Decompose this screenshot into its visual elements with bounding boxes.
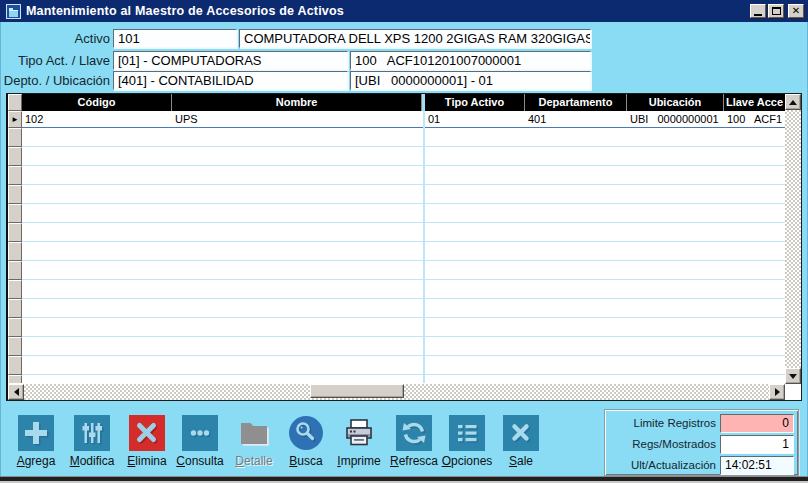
row-selector-cell[interactable] bbox=[8, 261, 22, 280]
add-button-label: Agrega bbox=[17, 454, 56, 468]
sliders-icon bbox=[74, 415, 110, 451]
ult-actualizacion-field[interactable]: 14:02:51 bbox=[720, 456, 794, 475]
delete-button[interactable]: Elimina bbox=[119, 415, 175, 475]
llave-field[interactable]: 100 ACF101201007000001 bbox=[350, 51, 591, 70]
row-selector-cell[interactable] bbox=[8, 147, 22, 166]
delete-x-icon bbox=[129, 415, 165, 451]
tipo-llave-label: Tipo Act. / Llave bbox=[2, 51, 110, 70]
ubicacion-field[interactable]: [UBI 0000000001] - 01 bbox=[350, 71, 591, 90]
maximize-button[interactable] bbox=[768, 4, 784, 18]
minimize-icon bbox=[754, 14, 762, 16]
dots-icon bbox=[182, 415, 218, 451]
exit-x-icon bbox=[503, 415, 539, 451]
table-row[interactable]: 102 UPS 01 401 UBI 0000000001 100 ACF1 bbox=[22, 111, 785, 128]
column-header-ubicacion[interactable]: Ubicación bbox=[627, 94, 724, 111]
modify-button-label: Modifica bbox=[70, 454, 115, 468]
grid-corner-cell bbox=[8, 94, 22, 111]
scroll-up-button[interactable] bbox=[785, 94, 801, 110]
grid-selector-column: ► bbox=[8, 111, 22, 383]
regs-mostrados-label: Regs/Mostrados bbox=[605, 438, 720, 450]
row-selector-cell[interactable] bbox=[8, 356, 22, 375]
app-window: Mantenimiento al Maestro de Accesorios d… bbox=[0, 0, 808, 483]
grid-cell-codigo[interactable]: 102 bbox=[22, 111, 172, 127]
grid-header: Código Nombre Tipo Activo Departamento U… bbox=[8, 94, 785, 111]
printer-icon bbox=[341, 415, 377, 451]
grid-body: ► 102 UPS 01 401 UBI 0000000001 100 ACF1 bbox=[8, 111, 785, 383]
search-button-label: Busca bbox=[289, 454, 322, 468]
row-selector-cell[interactable] bbox=[8, 128, 22, 147]
arrow-down-icon bbox=[789, 374, 797, 379]
horizontal-scrollbar[interactable] bbox=[8, 384, 785, 400]
exit-button-label: Sale bbox=[509, 454, 533, 468]
depto-ubicacion-label: Depto. / Ubicación bbox=[2, 71, 110, 90]
print-button[interactable]: Imprime bbox=[331, 415, 387, 475]
maximize-icon bbox=[772, 7, 781, 15]
refresh-icon bbox=[396, 415, 432, 451]
activo-description-field[interactable]: COMPUTADORA DELL XPS 1200 2GIGAS RAM 320… bbox=[239, 29, 591, 48]
row-selector-cell[interactable] bbox=[8, 242, 22, 261]
regs-mostrados-field[interactable]: 1 bbox=[720, 435, 794, 454]
query-button-label: Consulta bbox=[176, 454, 223, 468]
row-selector-cell[interactable] bbox=[8, 337, 22, 356]
column-header-tipo-activo[interactable]: Tipo Activo bbox=[425, 94, 525, 111]
current-row-arrow-icon: ► bbox=[11, 116, 19, 124]
magnifier-icon bbox=[288, 415, 324, 451]
departamento-field[interactable]: [401] - CONTABILIDAD bbox=[113, 71, 348, 90]
row-selector-cell[interactable] bbox=[8, 204, 22, 223]
delete-button-label: Elimina bbox=[127, 454, 166, 468]
row-selector-cell[interactable] bbox=[8, 299, 22, 318]
options-button-label: Opciones bbox=[442, 454, 493, 468]
ult-actualizacion-label: Ult/Actualización bbox=[605, 459, 720, 471]
row-selector-cell[interactable] bbox=[8, 375, 22, 383]
row-selector-cell[interactable] bbox=[8, 318, 22, 337]
options-button[interactable]: Opciones bbox=[439, 415, 495, 475]
refresh-button[interactable]: Refresca bbox=[386, 415, 442, 475]
folder-icon bbox=[236, 415, 272, 451]
vertical-scrollbar-track[interactable] bbox=[785, 110, 801, 368]
scrollbar-corner bbox=[785, 384, 801, 400]
add-button[interactable]: Agrega bbox=[8, 415, 64, 475]
query-button[interactable]: Consulta bbox=[172, 415, 228, 475]
vertical-scrollbar[interactable] bbox=[785, 94, 801, 384]
grid-empty-rows[interactable] bbox=[22, 128, 785, 383]
app-icon bbox=[6, 4, 21, 19]
close-button[interactable]: ✕ bbox=[788, 4, 804, 18]
scroll-right-button[interactable] bbox=[769, 384, 785, 400]
row-selector-cell[interactable] bbox=[8, 223, 22, 242]
refresh-button-label: Refresca bbox=[390, 454, 438, 468]
titlebar[interactable]: Mantenimiento al Maestro de Accesorios d… bbox=[0, 0, 808, 22]
window-bottom-border bbox=[0, 476, 808, 483]
detail-button[interactable]: Detalle bbox=[226, 415, 282, 475]
limit-registros-field[interactable]: 0 bbox=[720, 414, 794, 433]
search-button[interactable]: Busca bbox=[278, 415, 334, 475]
status-panel: Limite Registros 0 Regs/Mostrados 1 Ult/… bbox=[604, 409, 799, 476]
modify-button[interactable]: Modifica bbox=[64, 415, 120, 475]
plus-icon bbox=[18, 415, 54, 451]
horizontal-scrollbar-track[interactable] bbox=[24, 384, 769, 400]
grid-cell-departamento[interactable]: 401 bbox=[525, 111, 627, 127]
exit-button[interactable]: Sale bbox=[493, 415, 549, 475]
scroll-down-button[interactable] bbox=[785, 368, 801, 384]
horizontal-scrollbar-thumb[interactable] bbox=[310, 384, 404, 398]
tipo-activo-field[interactable]: [01] - COMPUTADORAS bbox=[113, 51, 348, 70]
row-selector-cell[interactable] bbox=[8, 280, 22, 299]
arrow-right-icon bbox=[775, 388, 780, 396]
column-header-nombre[interactable]: Nombre bbox=[172, 94, 422, 111]
column-header-llave[interactable]: Llave Acce bbox=[724, 94, 785, 111]
grid-cell-tipo-activo[interactable]: 01 bbox=[425, 111, 525, 127]
activo-label: Activo bbox=[2, 29, 110, 48]
window-title: Mantenimiento al Maestro de Accesorios d… bbox=[26, 4, 344, 18]
row-selector-current[interactable]: ► bbox=[8, 111, 22, 128]
activo-code-field[interactable]: 101 bbox=[113, 29, 237, 48]
detail-button-label: Detalle bbox=[235, 454, 272, 468]
scroll-left-button[interactable] bbox=[8, 384, 24, 400]
minimize-button[interactable] bbox=[750, 4, 766, 18]
grid-cell-nombre[interactable]: UPS bbox=[172, 111, 422, 127]
grid-cell-ubicacion[interactable]: UBI 0000000001 bbox=[627, 111, 724, 127]
grid-cell-llave[interactable]: 100 ACF1 bbox=[724, 111, 785, 127]
arrow-up-icon bbox=[789, 100, 797, 105]
row-selector-cell[interactable] bbox=[8, 185, 22, 204]
row-selector-cell[interactable] bbox=[8, 166, 22, 185]
column-header-codigo[interactable]: Código bbox=[22, 94, 172, 111]
column-header-departamento[interactable]: Departamento bbox=[525, 94, 627, 111]
